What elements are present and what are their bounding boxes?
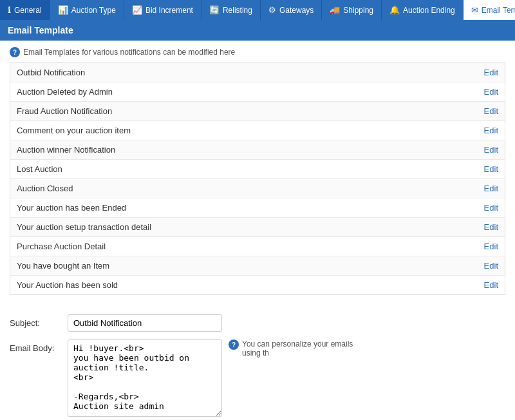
template-row: Auction Closed Edit [10,179,505,198]
template-name: Your Auction has been sold [17,280,118,290]
edit-link[interactable]: Edit [484,222,498,232]
edit-link[interactable]: Edit [484,106,498,116]
email-body-label: Email Body: [10,339,61,353]
template-row: Purchase Auction Detail Edit [10,237,505,256]
shipping-icon: 🚚 [330,5,340,15]
template-row: Auction winner Notification Edit [10,140,505,160]
template-row: Fraud Auction Notification Edit [10,102,505,121]
template-name: Your auction setup transaction detail [17,222,151,232]
tab-auction-ending[interactable]: 🔔 Auction Ending [382,0,464,20]
auction-ending-icon: 🔔 [389,5,400,15]
help-text-row: ? Email Templates for various notificati… [10,47,505,57]
edit-link[interactable]: Edit [484,242,498,251]
template-name: Outbid Notification [17,68,85,77]
template-name: Purchase Auction Detail [17,242,106,251]
template-name: Fraud Auction Notification [17,106,112,116]
tab-gateways[interactable]: ⚙ Gateways [261,0,322,20]
template-name: Auction winner Notification [17,145,115,155]
main-content: ? Email Templates for various notificati… [0,41,515,420]
form-section: Subject: Email Body: ? You can personali… [10,308,505,420]
template-row: Your auction setup transaction detail Ed… [10,218,505,237]
relisting-icon: 🔄 [209,5,220,15]
template-row: Comment on your auction item Edit [10,121,505,140]
tab-auction-type[interactable]: 📊 Auction Type [50,0,124,20]
template-name: You have bought an Item [17,261,109,271]
tab-general[interactable]: ℹ General [0,0,50,20]
email-body-textarea[interactable] [68,339,222,417]
edit-link[interactable]: Edit [484,87,498,97]
tab-relisting[interactable]: 🔄 Relisting [201,0,261,20]
template-name: Auction Deleted by Admin [17,87,113,97]
template-row: Lost Auction Edit [10,160,505,179]
edit-link[interactable]: Edit [484,261,498,271]
auction-type-icon: 📊 [58,5,68,15]
gateways-icon: ⚙ [268,5,276,15]
edit-link[interactable]: Edit [484,164,498,174]
edit-link[interactable]: Edit [484,145,498,155]
edit-link[interactable]: Edit [484,203,498,213]
help-icon: ? [10,47,20,57]
template-row: Your auction has been Ended Edit [10,198,505,218]
bid-increment-icon: 📈 [132,5,142,15]
edit-link[interactable]: Edit [484,280,498,290]
tab-shipping[interactable]: 🚚 Shipping [322,0,382,20]
email-body-row: Email Body: ? You can personalize your e… [10,339,505,417]
template-list: Outbid Notification Edit Auction Deleted… [10,62,505,295]
subject-label: Subject: [10,314,61,328]
edit-link[interactable]: Edit [484,184,498,193]
general-icon: ℹ [8,5,11,15]
subject-row: Subject: [10,314,505,332]
edit-link[interactable]: Edit [484,68,498,77]
template-name: Your auction has been Ended [17,203,126,213]
template-row: You have bought an Item Edit [10,256,505,276]
hint-icon: ? [229,339,239,350]
tab-bar: ℹ General 📊 Auction Type 📈 Bid Increment… [0,0,515,20]
template-row: Your Auction has been sold Edit [10,276,505,294]
page-header: Email Template [0,20,515,41]
tab-bid-increment[interactable]: 📈 Bid Increment [124,0,201,20]
template-row: Auction Deleted by Admin Edit [10,82,505,102]
edit-link[interactable]: Edit [484,126,498,135]
template-row: Outbid Notification Edit [10,63,505,82]
tab-email-template[interactable]: ✉ Email Template [464,0,515,20]
email-template-icon: ✉ [471,5,478,15]
template-name: Comment on your auction item [17,126,131,135]
personalize-hint: ? You can personalize your emails using … [229,339,357,358]
template-name: Lost Auction [17,164,62,174]
subject-input[interactable] [68,314,222,332]
template-name: Auction Closed [17,184,73,193]
